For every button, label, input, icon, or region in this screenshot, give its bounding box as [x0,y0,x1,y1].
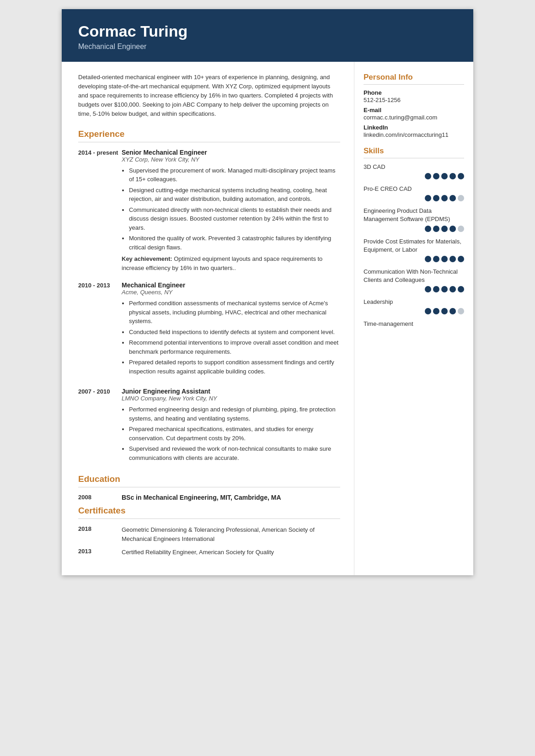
cert-entry-1: 2018 Geometric Dimensioning & Tolerancin… [78,525,340,543]
exp-date-1: 2014 - present [78,149,122,273]
certificates-section-title: Certificates [78,506,340,516]
candidate-name: Cormac Turing [78,22,457,41]
education-section-title: Education [78,474,340,484]
exp-date-3: 2007 - 2010 [78,388,122,465]
skill-name-4: Communication With Non-Technical Clients… [364,268,464,284]
exp-title-3: Junior Engineering Assistant [122,388,340,395]
phone-label: Phone [364,89,464,96]
exp-bullet-2-2: Conducted field inspections to identify … [129,328,340,337]
exp-details-1: Senior Mechanical Engineer XYZ Corp, New… [122,149,340,273]
cert-details-1: Geometric Dimensioning & Tolerancing Pro… [122,525,340,543]
skill-name-0: 3D CAD [364,163,464,171]
dot-filled [425,195,431,201]
dot-filled [449,286,456,292]
dot-filled [458,256,464,262]
personal-info-divider [364,84,464,85]
dot-filled [441,195,448,201]
dot-filled [441,308,448,314]
skill-item-2: Engineering Product Data Management Soft… [364,207,464,232]
exp-bullets-1: Supervised the procurement of work. Mana… [129,166,340,252]
dot-filled [425,173,431,179]
experience-section-title: Experience [78,129,340,139]
cert-date-1: 2018 [78,525,122,543]
exp-bullet-1-1: Supervised the procurement of work. Mana… [129,166,340,184]
exp-bullets-3: Performed engineering design and redesig… [129,405,340,462]
header: Cormac Turing Mechanical Engineer [62,9,473,62]
education-divider [78,487,340,487]
skill-dots-2 [364,226,464,232]
exp-title-1: Senior Mechanical Engineer [122,149,340,156]
phone-value: 512-215-1256 [364,97,464,103]
dot-filled [441,256,448,262]
skill-dots-3 [364,256,464,262]
exp-date-2: 2010 - 2013 [78,281,122,378]
resume-container: Cormac Turing Mechanical Engineer Detail… [62,9,473,575]
exp-company-2: Acme, Queens, NY [122,289,340,296]
dot-filled [425,256,431,262]
exp-details-2: Mechanical Engineer Acme, Queens, NY Per… [122,281,340,378]
dot-filled [449,308,456,314]
edu-date-1: 2008 [78,494,122,501]
exp-bullet-2-4: Prepared detailed reports to support con… [129,358,340,376]
email-value: cormac.c.turing@gmail.com [364,114,464,121]
exp-bullet-3-1: Performed engineering design and redesig… [129,405,340,423]
dot-filled [449,173,456,179]
skill-item-3: Provide Cost Estimates for Materials, Eq… [364,238,464,262]
dot-filled [433,256,439,262]
main-column: Detailed-oriented mechanical engineer wi… [62,62,354,575]
summary-text: Detailed-oriented mechanical engineer wi… [78,73,340,119]
exp-bullet-1-4: Monitored the quality of work. Prevented… [129,234,340,252]
skill-name-6: Time-management [364,320,464,328]
exp-achievement-1: Key achievement: Optimized equipment lay… [122,254,340,272]
skills-divider [364,158,464,158]
dot-filled [425,226,431,232]
cert-entry-2: 2013 Certified Reliability Engineer, Ame… [78,548,340,557]
exp-bullet-1-2: Designed cutting-edge mechanical systems… [129,186,340,204]
skills-list: 3D CADPro-E CREO CADEngineering Product … [364,163,464,329]
dot-filled [425,308,431,314]
skill-item-6: Time-management [364,320,464,328]
dot-empty [458,308,464,314]
exp-bullet-3-2: Prepared mechanical specifications, esti… [129,425,340,443]
dot-filled [458,173,464,179]
exp-bullet-2-1: Performed condition assessments of mecha… [129,299,340,326]
cert-date-2: 2013 [78,548,122,557]
dot-empty [458,226,464,232]
content-area: Detailed-oriented mechanical engineer wi… [62,62,473,575]
skills-section: Skills 3D CADPro-E CREO CADEngineering P… [364,146,464,329]
dot-empty [458,195,464,201]
skill-name-1: Pro-E CREO CAD [364,185,464,193]
dot-filled [433,308,439,314]
skills-title: Skills [364,146,464,156]
skill-dots-4 [364,286,464,292]
linkedin-value: linkedin.com/in/cormaccturing11 [364,131,464,138]
dot-filled [433,195,439,201]
dot-filled [449,256,456,262]
dot-filled [433,286,439,292]
skill-dots-0 [364,173,464,179]
personal-info-title: Personal Info [364,73,464,82]
skill-dots-1 [364,195,464,201]
experience-entry-2: 2010 - 2013 Mechanical Engineer Acme, Qu… [78,281,340,378]
exp-bullet-1-3: Communicated directly with non-technical… [129,205,340,232]
dot-filled [449,195,456,201]
exp-company-3: LMNO Company, New York City, NY [122,395,340,402]
certificates-divider [78,518,340,519]
dot-filled [458,286,464,292]
email-label: E-mail [364,107,464,113]
exp-title-2: Mechanical Engineer [122,281,340,289]
dot-filled [449,226,456,232]
skill-name-5: Leadership [364,298,464,306]
candidate-title: Mechanical Engineer [78,43,457,51]
skill-item-1: Pro-E CREO CAD [364,185,464,201]
dot-filled [441,226,448,232]
skill-dots-5 [364,308,464,314]
exp-bullet-3-3: Supervised and reviewed the work of non-… [129,444,340,462]
cert-details-2: Certified Reliability Engineer, American… [122,548,340,557]
skill-item-0: 3D CAD [364,163,464,179]
linkedin-label: LinkedIn [364,124,464,131]
exp-details-3: Junior Engineering Assistant LMNO Compan… [122,388,340,465]
exp-bullet-2-3: Recommend potential interventions to imp… [129,338,340,356]
experience-entry-3: 2007 - 2010 Junior Engineering Assistant… [78,388,340,465]
side-column: Personal Info Phone 512-215-1256 E-mail … [354,62,473,575]
